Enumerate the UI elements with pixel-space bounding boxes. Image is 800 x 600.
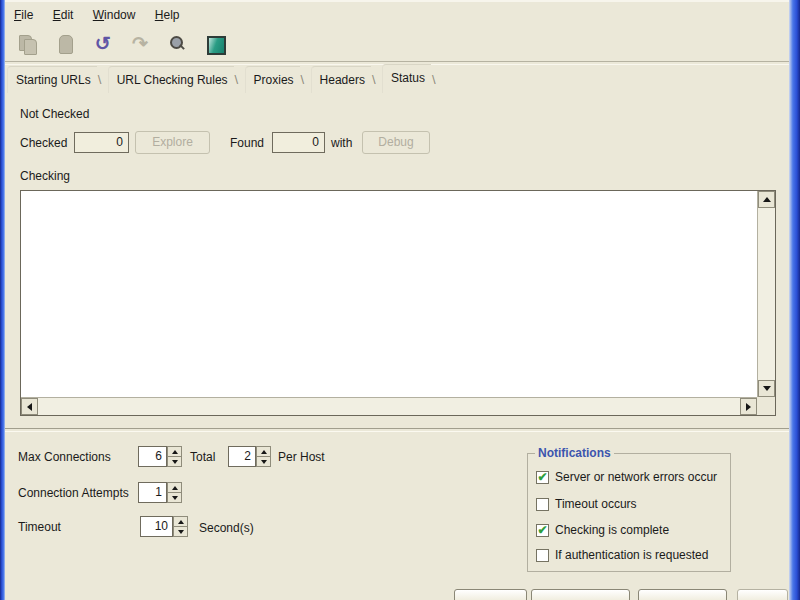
checking-log-textarea[interactable] [21, 191, 757, 397]
down-arrow-icon [172, 496, 178, 500]
menu-help[interactable]: Help [147, 3, 188, 27]
notification-row: ✔ Server or network errors occur [536, 470, 717, 484]
checkbox-label: Server or network errors occur [555, 470, 717, 484]
toolbar: ↺ ↷ [5, 28, 789, 61]
notification-row: ✔ Checking is complete [536, 523, 669, 537]
per-host-spinner: 2 [228, 446, 271, 467]
bottom-button-4[interactable] [737, 589, 788, 600]
spinner-down-button[interactable] [173, 527, 188, 537]
total-label: Total [190, 450, 215, 464]
checkmark-icon: ✔ [537, 472, 547, 483]
scroll-left-button[interactable] [21, 398, 38, 415]
checkmark-icon: ✔ [537, 525, 547, 536]
down-arrow-icon [172, 460, 178, 464]
up-arrow-icon [178, 520, 184, 524]
spinner-down-button[interactable] [167, 457, 182, 467]
checkbox-label: Timeout occurs [555, 497, 637, 511]
tab-separator: \ [97, 72, 103, 87]
paste-icon[interactable] [54, 33, 76, 55]
tab-bar: Starting URLs\ URL Checking Rules\ Proxi… [5, 66, 789, 92]
scrollbar-corner [757, 397, 775, 415]
tab-separator: \ [234, 72, 240, 87]
horizontal-scrollbar[interactable] [21, 397, 757, 415]
menu-edit[interactable]: Edit [45, 3, 82, 27]
redo-icon[interactable]: ↷ [129, 33, 151, 55]
search-icon[interactable] [166, 33, 188, 55]
left-arrow-icon [27, 403, 32, 411]
seconds-label: Second(s) [199, 521, 254, 535]
window-border-right [789, 0, 800, 600]
copy-icon[interactable] [17, 33, 39, 55]
scroll-right-button[interactable] [740, 398, 757, 415]
checkbox-server-errors[interactable]: ✔ [536, 471, 549, 484]
menu-bar: File Edit Window Help [5, 3, 789, 27]
per-host-label: Per Host [278, 450, 325, 464]
bottom-button-1[interactable] [454, 589, 527, 600]
total-connections-value[interactable]: 6 [138, 446, 167, 467]
checkbox-label: If authentication is requested [555, 548, 708, 562]
spinner-down-button[interactable] [256, 457, 271, 467]
checkbox-checking-complete[interactable]: ✔ [536, 524, 549, 537]
window-top-edge [5, 0, 789, 2]
spinner-up-button[interactable] [173, 516, 188, 527]
connection-attempts-value[interactable]: 1 [138, 482, 167, 503]
spinner-down-button[interactable] [167, 493, 182, 503]
checked-count-field[interactable]: 0 [74, 132, 129, 153]
found-label: Found [230, 136, 264, 150]
tab-proxies[interactable]: Proxies [245, 66, 300, 93]
checkbox-authentication-requested[interactable]: ✔ [536, 549, 549, 562]
spinner-up-button[interactable] [167, 482, 182, 493]
section-separator [5, 428, 789, 432]
bottom-button-3[interactable] [638, 589, 727, 600]
paste-shape [59, 35, 73, 54]
notification-row: ✔ If authentication is requested [536, 548, 708, 562]
notifications-title: Notifications [535, 446, 614, 460]
tab-status[interactable]: Status [382, 64, 431, 93]
up-arrow-icon [261, 450, 267, 454]
down-arrow-icon [261, 460, 267, 464]
connection-attempts-spinner: 1 [138, 482, 182, 503]
per-host-value[interactable]: 2 [228, 446, 256, 467]
status-state-label: Not Checked [20, 107, 89, 121]
timeout-value[interactable]: 10 [140, 516, 173, 537]
up-arrow-icon [763, 197, 771, 202]
vertical-scrollbar[interactable] [757, 191, 775, 397]
checkbox-timeout-occurs[interactable]: ✔ [536, 498, 549, 511]
checked-label: Checked [20, 136, 67, 150]
notifications-group: Notifications ✔ Server or network errors… [527, 453, 731, 572]
found-count-field[interactable]: 0 [272, 132, 325, 153]
bottom-button-2[interactable] [531, 589, 630, 600]
tab-url-checking-rules[interactable]: URL Checking Rules [108, 66, 234, 93]
tab-separator: \ [371, 72, 377, 87]
console-square [207, 36, 226, 55]
down-arrow-icon [178, 530, 184, 534]
notification-row: ✔ Timeout occurs [536, 497, 637, 511]
copy-page-front [24, 39, 37, 55]
max-connections-label: Max Connections [18, 450, 111, 464]
connection-attempts-label: Connection Attempts [18, 486, 129, 500]
search-handle [180, 44, 186, 50]
tab-separator: \ [300, 72, 306, 87]
total-connections-spinner: 6 [138, 446, 182, 467]
down-arrow-icon [763, 386, 771, 391]
timeout-label: Timeout [18, 520, 61, 534]
tab-headers[interactable]: Headers [311, 66, 371, 93]
with-label: with [331, 136, 352, 150]
scroll-up-button[interactable] [758, 191, 775, 208]
undo-icon[interactable]: ↺ [92, 33, 114, 55]
explore-button[interactable]: Explore [135, 131, 210, 154]
console-icon[interactable] [204, 33, 226, 55]
debug-button[interactable]: Debug [362, 131, 430, 154]
tab-separator: \ [431, 72, 437, 87]
app-window: { "window": { "bg_color": "#ebe8d8", "bo… [0, 0, 800, 600]
menu-window[interactable]: Window [85, 3, 144, 27]
spinner-up-button[interactable] [167, 446, 182, 457]
up-arrow-icon [172, 450, 178, 454]
timeout-spinner: 10 [140, 516, 188, 537]
spinner-up-button[interactable] [256, 446, 271, 457]
scroll-down-button[interactable] [758, 380, 775, 397]
tab-starting-urls[interactable]: Starting URLs [7, 66, 97, 93]
checking-label: Checking [20, 169, 70, 183]
menu-file[interactable]: File [6, 3, 41, 27]
right-arrow-icon [746, 403, 751, 411]
